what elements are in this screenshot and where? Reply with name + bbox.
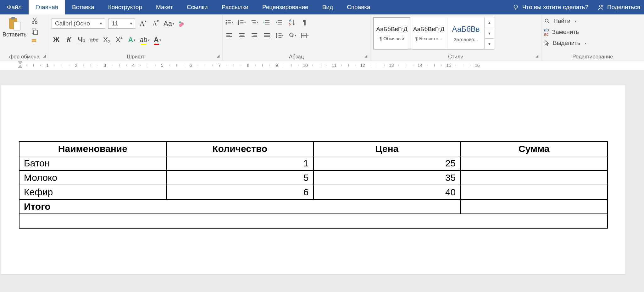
tab-design[interactable]: Конструктор <box>101 0 149 14</box>
styles-launcher[interactable]: ◢ <box>534 54 539 59</box>
underline-button[interactable]: Ч▾ <box>77 35 86 45</box>
show-marks-button[interactable]: ¶ <box>301 18 309 26</box>
cell-name[interactable]: Батон <box>19 156 166 170</box>
clipboard-launcher[interactable]: ◢ <box>42 54 47 59</box>
ruler-number: 8 <box>247 63 249 68</box>
clipboard-paste-icon[interactable] <box>8 16 21 31</box>
align-right-button[interactable] <box>250 31 258 40</box>
font-name-combo[interactable]: Calibri (Осно ▼ <box>52 19 105 29</box>
paste-label[interactable]: Вставить <box>3 31 26 38</box>
tab-file[interactable]: Файл <box>0 0 29 14</box>
eraser-icon: A <box>178 19 186 28</box>
page[interactable]: Наименование Количество Цена Сумма Батон… <box>1 85 625 274</box>
cell-qty[interactable]: 1 <box>166 156 314 170</box>
table-row[interactable]: Батон125 <box>19 156 608 170</box>
svg-point-0 <box>514 5 518 8</box>
styles-up-button[interactable]: ▲ <box>485 17 494 28</box>
ruler-number: 2 <box>75 63 77 68</box>
cell-total-label[interactable]: Итого <box>19 199 460 214</box>
align-center-button[interactable] <box>238 31 246 40</box>
increase-indent-button[interactable] <box>275 18 284 26</box>
subscript-button[interactable]: X2 <box>102 35 111 45</box>
cell-price[interactable]: 40 <box>314 185 461 199</box>
paragraph-launcher[interactable]: ◢ <box>363 54 368 59</box>
grow-font-button[interactable]: A▴ <box>138 19 148 28</box>
table-header-cell[interactable]: Цена <box>314 142 461 156</box>
numbering-button[interactable]: 123▾ <box>238 18 246 26</box>
cell-sum[interactable] <box>460 185 608 199</box>
tab-references[interactable]: Ссылки <box>180 0 215 14</box>
text-effects-button[interactable]: A▾ <box>127 35 136 45</box>
cell-qty[interactable]: 6 <box>166 185 314 199</box>
shading-button[interactable]: ▾ <box>288 31 296 40</box>
cell-name[interactable]: Кефир <box>19 185 166 199</box>
multilevel-button[interactable]: ▾ <box>250 18 258 26</box>
tab-help[interactable]: Справка <box>340 0 377 14</box>
share-button[interactable]: Поделиться <box>597 4 640 11</box>
cell-empty[interactable] <box>19 214 608 228</box>
svg-rect-3 <box>11 17 15 19</box>
copy-icon[interactable] <box>31 28 38 35</box>
table-header-cell[interactable]: Количество <box>166 142 314 156</box>
chevron-down-icon: ▼ <box>99 21 103 26</box>
cell-name[interactable]: Молоко <box>19 170 166 185</box>
cell-qty[interactable]: 5 <box>166 170 314 185</box>
style-preview: АаБбВв <box>452 25 480 34</box>
clear-formatting-button[interactable]: A <box>177 19 187 28</box>
table-row[interactable]: Молоко535 <box>19 170 608 185</box>
strikethrough-button[interactable]: abc <box>89 35 99 45</box>
tab-view[interactable]: Вид <box>315 0 340 14</box>
select-button[interactable]: Выделить ▾ <box>544 40 586 46</box>
svg-point-11 <box>226 20 227 21</box>
document-table[interactable]: Наименование Количество Цена Сумма Батон… <box>19 141 608 229</box>
font-size-combo[interactable]: 11 ▼ <box>108 19 135 29</box>
format-painter-icon[interactable] <box>31 38 38 46</box>
bullets-button[interactable]: ▾ <box>225 18 233 26</box>
align-left-button[interactable] <box>225 31 233 40</box>
styles-more-button[interactable]: ▼ <box>485 39 494 49</box>
tab-layout[interactable]: Макет <box>149 0 180 14</box>
line-spacing-button[interactable]: ▾ <box>275 31 284 40</box>
horizontal-ruler[interactable]: 12345678910111213141516 <box>0 61 644 70</box>
ruler-number: 5 <box>161 63 164 68</box>
table-row[interactable]: Кефир640 <box>19 185 608 199</box>
styles-down-button[interactable]: ▼ <box>485 28 494 39</box>
replace-button[interactable]: abac Заменить <box>544 28 586 36</box>
table-header-row[interactable]: Наименование Количество Цена Сумма <box>19 142 608 156</box>
borders-button[interactable]: ▾ <box>301 31 309 40</box>
ruler-number: 13 <box>389 63 394 68</box>
italic-button[interactable]: К <box>64 35 74 45</box>
tab-home[interactable]: Главная <box>29 0 65 14</box>
cell-total-sum[interactable] <box>460 199 608 214</box>
table-header-cell[interactable]: Сумма <box>460 142 608 156</box>
table-row[interactable] <box>19 214 608 228</box>
style-no-spacing[interactable]: АаБбВвГгД ¶ Без инте... <box>410 17 447 49</box>
tab-mailings[interactable]: Рассылки <box>215 0 255 14</box>
change-case-button[interactable]: Aa▾ <box>164 19 174 28</box>
font-color-button[interactable]: A▾ <box>153 35 162 45</box>
bold-button[interactable]: Ж <box>52 35 61 45</box>
find-button[interactable]: Найти ▾ <box>544 18 586 24</box>
cut-icon[interactable] <box>31 17 38 24</box>
shrink-font-button[interactable]: A▾ <box>151 19 160 28</box>
cell-sum[interactable] <box>460 170 608 185</box>
cell-price[interactable]: 35 <box>314 170 461 185</box>
tab-review[interactable]: Рецензирование <box>255 0 315 14</box>
indent-marker-icon[interactable] <box>18 60 23 69</box>
style-heading1[interactable]: АаБбВв Заголово... <box>447 17 485 49</box>
sort-button[interactable]: АЯ <box>288 18 296 26</box>
tellme-search[interactable]: Что вы хотите сделать? <box>512 4 588 11</box>
cell-price[interactable]: 25 <box>314 156 461 170</box>
justify-button[interactable] <box>263 31 271 40</box>
svg-point-13 <box>226 24 227 24</box>
decrease-indent-button[interactable] <box>263 18 271 26</box>
table-total-row[interactable]: Итого <box>19 199 608 214</box>
table-header-cell[interactable]: Наименование <box>19 142 166 156</box>
cell-sum[interactable] <box>460 156 608 170</box>
ribbon-tabs: Файл Главная Вставка Конструктор Макет С… <box>0 0 644 14</box>
tab-insert[interactable]: Вставка <box>65 0 101 14</box>
superscript-button[interactable]: X2 <box>114 35 124 45</box>
style-normal[interactable]: АаБбВвГгД ¶ Обычный <box>373 17 410 49</box>
highlight-button[interactable]: ab▾ <box>140 35 149 45</box>
font-launcher[interactable]: ◢ <box>215 54 220 59</box>
